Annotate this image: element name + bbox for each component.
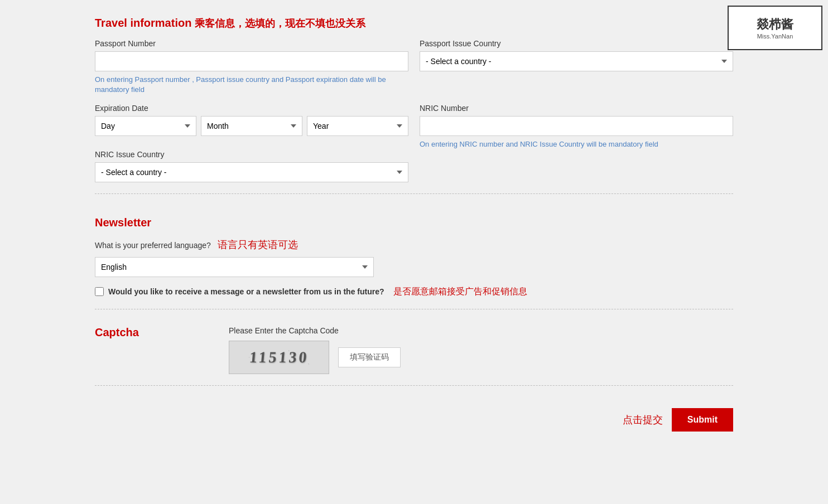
passport-row: Passport Number On entering Passport num… (95, 39, 733, 95)
passport-number-label: Passport Number (95, 39, 408, 48)
newsletter-title-text: Newsletter (95, 216, 151, 229)
expiration-date-col: Expiration Date Day Month Yea (95, 104, 408, 149)
submit-button[interactable]: Submit (672, 408, 733, 432)
newsletter-checkbox-label: Would you like to receive a message or a… (108, 287, 384, 296)
captcha-image: 115130 (229, 341, 329, 374)
nric-helper-text: On entering NRIC number and NRIC Issue C… (420, 139, 733, 149)
nric-right-spacer (420, 150, 733, 182)
logo-sub-text: Miss.YanNan (757, 33, 793, 40)
language-select[interactable]: English (95, 257, 374, 277)
passport-issue-country-col: Passport Issue Country - Select a countr… (420, 39, 733, 95)
newsletter-annotation: 是否愿意邮箱接受广告和促销信息 (393, 286, 527, 298)
date-selects: Day Month Year (95, 116, 408, 136)
nric-issue-country-row: NRIC Issue Country - Select a country - (95, 150, 733, 182)
captcha-instructions: Please Enter the Captcha Code (229, 326, 733, 335)
submit-annotation: 点击提交 (623, 413, 663, 427)
passport-issue-country-select[interactable]: - Select a country - (420, 51, 733, 71)
logo-box: 燚栉酱 Miss.YanNan (728, 6, 822, 50)
nric-issue-country-select[interactable]: - Select a country - (95, 162, 408, 182)
travel-title-english: Travel information (95, 17, 191, 29)
day-select[interactable]: Day (95, 116, 196, 136)
logo-area: 燚栉酱 Miss.YanNan (722, 3, 828, 53)
captcha-image-text: 115130 (248, 348, 309, 366)
language-question-row: What is your preferred language? 语言只有英语可… (95, 238, 733, 251)
captcha-left: Captcha (95, 326, 206, 339)
submit-row: 点击提交 Submit (95, 397, 733, 437)
month-select-wrap: Month (201, 116, 302, 136)
nric-issue-country-col: NRIC Issue Country - Select a country - (95, 150, 408, 182)
nric-number-label: NRIC Number (420, 104, 733, 113)
nric-number-input[interactable] (420, 116, 733, 136)
passport-number-col: Passport Number On entering Passport num… (95, 39, 408, 95)
captcha-section: Captcha Please Enter the Captcha Code 11… (95, 321, 733, 374)
passport-number-input[interactable] (95, 51, 408, 71)
language-select-wrap: English (95, 257, 374, 277)
day-select-wrap: Day (95, 116, 196, 136)
newsletter-title: Newsletter (95, 211, 733, 229)
travel-title-chinese: 乘客信息，选填的，现在不填也没关系 (195, 18, 365, 29)
expiration-date-label: Expiration Date (95, 104, 408, 113)
travel-newsletter-divider (95, 193, 733, 194)
nric-number-col: NRIC Number On entering NRIC number and … (420, 104, 733, 149)
year-select-wrap: Year (307, 116, 408, 136)
language-question-text: What is your preferred language? (95, 241, 211, 250)
travel-section-title: Travel information 乘客信息，选填的，现在不填也没关系 (95, 11, 733, 30)
captcha-input-button[interactable]: 填写验证码 (338, 347, 401, 367)
newsletter-section: Newsletter What is your preferred langua… (95, 205, 733, 298)
passport-helper-text: On entering Passport number , Passport i… (95, 75, 408, 95)
language-annotation: 语言只有英语可选 (218, 239, 298, 250)
captcha-layout: Captcha Please Enter the Captcha Code 11… (95, 326, 733, 374)
year-select[interactable]: Year (307, 116, 408, 136)
captcha-right: Please Enter the Captcha Code 115130 填写验… (229, 326, 733, 374)
captcha-title: Captcha (95, 326, 206, 339)
captcha-row: 115130 填写验证码 (229, 341, 733, 374)
captcha-submit-divider (95, 385, 733, 386)
nric-issue-country-label: NRIC Issue Country (95, 150, 408, 159)
newsletter-captcha-divider (95, 309, 733, 309)
newsletter-checkbox-row: Would you like to receive a message or a… (95, 286, 733, 298)
newsletter-checkbox[interactable] (95, 287, 104, 296)
month-select[interactable]: Month (201, 116, 302, 136)
logo-main-text: 燚栉酱 (757, 16, 793, 33)
passport-issue-country-label: Passport Issue Country (420, 39, 733, 48)
expiration-nric-row: Expiration Date Day Month Yea (95, 104, 733, 149)
